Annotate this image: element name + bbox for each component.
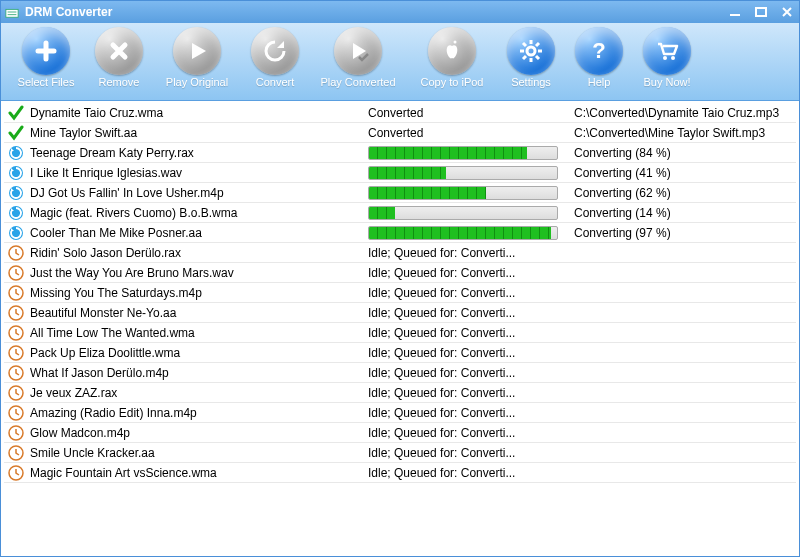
table-row[interactable]: Beautiful Monster Ne-Yo.aaIdle; Queued f… <box>4 303 796 323</box>
queued-icon <box>8 445 24 461</box>
file-name: Glow Madcon.m4p <box>30 426 130 440</box>
toolbar-label: Help <box>569 76 629 88</box>
table-row[interactable]: Je veux ZAZ.raxIdle; Queued for: Convert… <box>4 383 796 403</box>
file-name: All Time Low The Wanted.wma <box>30 326 195 340</box>
file-name: Beautiful Monster Ne-Yo.aa <box>30 306 176 320</box>
cart-icon <box>643 27 691 75</box>
app-window: DRM Converter Select FilesRemovePlay Ori… <box>0 0 800 557</box>
status-text: Converted <box>368 126 423 140</box>
toolbar-label: Settings <box>501 76 561 88</box>
file-name: Magic Fountain Art vsScience.wma <box>30 466 217 480</box>
file-name: Just the Way You Are Bruno Mars.wav <box>30 266 234 280</box>
file-name: Ridin' Solo Jason Derülo.rax <box>30 246 181 260</box>
progress-bar <box>368 146 558 160</box>
queued-icon <box>8 345 24 361</box>
output-text: Converting (14 %) <box>574 206 671 220</box>
play-icon <box>173 27 221 75</box>
queued-icon <box>8 405 24 421</box>
toolbar-copy-to-ipod[interactable]: Copy to iPod <box>407 27 497 88</box>
convert-icon <box>8 185 24 201</box>
file-name: Mine Taylor Swift.aa <box>30 126 137 140</box>
table-row[interactable]: DJ Got Us Fallin' In Love Usher.m4pConve… <box>4 183 796 203</box>
file-name: I Like It Enrique Iglesias.wav <box>30 166 182 180</box>
table-row[interactable]: Missing You The Saturdays.m4pIdle; Queue… <box>4 283 796 303</box>
toolbar: Select FilesRemovePlay OriginalConvertPl… <box>1 23 799 101</box>
maximize-button[interactable] <box>753 5 769 19</box>
table-row[interactable]: Amazing (Radio Edit) Inna.m4pIdle; Queue… <box>4 403 796 423</box>
toolbar-play-converted[interactable]: Play Converted <box>309 27 407 88</box>
table-row[interactable]: Smile Uncle Kracker.aaIdle; Queued for: … <box>4 443 796 463</box>
table-row[interactable]: Dynamite Taio Cruz.wmaConvertedC:\Conver… <box>4 103 796 123</box>
toolbar-label: Convert <box>245 76 305 88</box>
title-bar[interactable]: DRM Converter <box>1 1 799 23</box>
convert-icon <box>8 205 24 221</box>
file-name: Cooler Than Me Mike Posner.aa <box>30 226 202 240</box>
table-row[interactable]: Pack Up Eliza Doolittle.wmaIdle; Queued … <box>4 343 796 363</box>
close-button[interactable] <box>779 5 795 19</box>
file-name: Missing You The Saturdays.m4p <box>30 286 202 300</box>
output-text: Converting (62 %) <box>574 186 671 200</box>
output-text: Converting (41 %) <box>574 166 671 180</box>
minimize-button[interactable] <box>727 5 743 19</box>
table-row[interactable]: Cooler Than Me Mike Posner.aaConverting … <box>4 223 796 243</box>
file-name: Pack Up Eliza Doolittle.wma <box>30 346 180 360</box>
gear-icon <box>507 27 555 75</box>
table-row[interactable]: Glow Madcon.m4pIdle; Queued for: Convert… <box>4 423 796 443</box>
convert-icon <box>8 225 24 241</box>
file-name: Smile Uncle Kracker.aa <box>30 446 155 460</box>
output-text: Converting (84 %) <box>574 146 671 160</box>
toolbar-play-original[interactable]: Play Original <box>153 27 241 88</box>
table-row[interactable]: Ridin' Solo Jason Derülo.raxIdle; Queued… <box>4 243 796 263</box>
toolbar-label: Copy to iPod <box>411 76 493 88</box>
file-name: Teenage Dream Katy Perry.rax <box>30 146 194 160</box>
toolbar-remove[interactable]: Remove <box>85 27 153 88</box>
table-row[interactable]: I Like It Enrique Iglesias.wavConverting… <box>4 163 796 183</box>
toolbar-convert[interactable]: Convert <box>241 27 309 88</box>
status-text: Idle; Queued for: Converti... <box>368 446 515 460</box>
output-text: C:\Converted\Dynamite Taio Cruz.mp3 <box>574 106 779 120</box>
file-name: Je veux ZAZ.rax <box>30 386 117 400</box>
table-row[interactable]: All Time Low The Wanted.wmaIdle; Queued … <box>4 323 796 343</box>
check-icon <box>8 125 24 141</box>
status-text: Idle; Queued for: Converti... <box>368 366 515 380</box>
queued-icon <box>8 365 24 381</box>
window-title: DRM Converter <box>25 5 727 19</box>
queued-icon <box>8 285 24 301</box>
file-name: Magic (feat. Rivers Cuomo) B.o.B.wma <box>30 206 237 220</box>
status-text: Idle; Queued for: Converti... <box>368 386 515 400</box>
table-row[interactable]: Mine Taylor Swift.aaConvertedC:\Converte… <box>4 123 796 143</box>
status-text: Idle; Queued for: Converti... <box>368 246 515 260</box>
file-list[interactable]: Dynamite Taio Cruz.wmaConvertedC:\Conver… <box>3 103 797 554</box>
table-row[interactable]: What If Jason Derülo.m4pIdle; Queued for… <box>4 363 796 383</box>
check-icon <box>8 105 24 121</box>
toolbar-label: Select Files <box>11 76 81 88</box>
file-name: What If Jason Derülo.m4p <box>30 366 169 380</box>
file-name: DJ Got Us Fallin' In Love Usher.m4p <box>30 186 224 200</box>
convert-icon <box>8 165 24 181</box>
plus-icon <box>22 27 70 75</box>
table-row[interactable]: Magic (feat. Rivers Cuomo) B.o.B.wmaConv… <box>4 203 796 223</box>
toolbar-label: Remove <box>89 76 149 88</box>
queued-icon <box>8 265 24 281</box>
toolbar-label: Play Converted <box>313 76 403 88</box>
progress-bar <box>368 226 558 240</box>
x-icon <box>95 27 143 75</box>
refresh-icon <box>251 27 299 75</box>
status-text: Idle; Queued for: Converti... <box>368 266 515 280</box>
table-row[interactable]: Teenage Dream Katy Perry.raxConverting (… <box>4 143 796 163</box>
toolbar-settings[interactable]: Settings <box>497 27 565 88</box>
queued-icon <box>8 425 24 441</box>
status-text: Idle; Queued for: Converti... <box>368 306 515 320</box>
toolbar-help[interactable]: Help <box>565 27 633 88</box>
status-text: Idle; Queued for: Converti... <box>368 466 515 480</box>
svg-rect-8 <box>756 8 766 16</box>
file-name: Amazing (Radio Edit) Inna.m4p <box>30 406 197 420</box>
queued-icon <box>8 245 24 261</box>
table-row[interactable]: Magic Fountain Art vsScience.wmaIdle; Qu… <box>4 463 796 483</box>
toolbar-buy-now[interactable]: Buy Now! <box>633 27 701 88</box>
table-row[interactable]: Just the Way You Are Bruno Mars.wavIdle;… <box>4 263 796 283</box>
progress-bar <box>368 206 558 220</box>
convert-icon <box>8 145 24 161</box>
file-name: Dynamite Taio Cruz.wma <box>30 106 163 120</box>
toolbar-select-files[interactable]: Select Files <box>7 27 85 88</box>
